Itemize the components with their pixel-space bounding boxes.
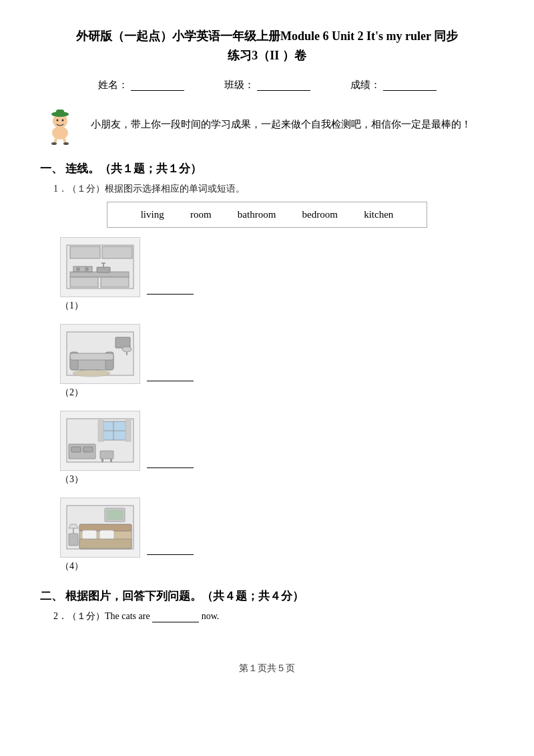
score-field: 成绩： <box>350 79 437 91</box>
name-label: 姓名： <box>98 79 128 91</box>
score-label: 成绩： <box>350 79 380 91</box>
svg-rect-14 <box>70 277 98 287</box>
q2-blank <box>152 612 199 622</box>
title-line1: 外研版（一起点）小学英语一年级上册Module 6 Unit 2 It's my… <box>40 27 494 46</box>
word-room: room <box>190 209 212 220</box>
item-label-3: （3） <box>60 474 83 486</box>
svg-rect-36 <box>98 420 103 441</box>
word-living: living <box>141 209 164 220</box>
title-section: 外研版（一起点）小学英语一年级上册Module 6 Unit 2 It's my… <box>40 27 494 65</box>
svg-point-20 <box>76 267 80 271</box>
score-underline <box>383 79 437 91</box>
answer-line-3 <box>147 456 194 468</box>
section2-header: 二、 根据图片，回答下列问题。（共４题；共４分） <box>40 588 494 604</box>
svg-point-30 <box>122 347 131 352</box>
section1-header: 一、 连线。（共１题；共１分） <box>40 161 494 176</box>
svg-point-8 <box>51 142 57 145</box>
class-label: 班级： <box>224 79 254 91</box>
svg-rect-54 <box>107 510 123 520</box>
class-underline <box>257 79 310 91</box>
page-footer: 第１页共５页 <box>40 663 494 675</box>
svg-rect-28 <box>115 337 130 348</box>
word-kitchen: kitchen <box>364 209 393 220</box>
answer-line-1 <box>147 282 194 295</box>
svg-point-5 <box>62 119 64 121</box>
page-number: 第１页共５页 <box>239 663 295 673</box>
svg-rect-12 <box>102 246 132 258</box>
svg-rect-43 <box>110 459 112 462</box>
svg-rect-3 <box>56 110 64 115</box>
svg-rect-37 <box>125 420 131 441</box>
name-underline <box>131 79 184 91</box>
answer-line-2 <box>147 369 194 381</box>
bedroom-illustration <box>63 412 137 469</box>
svg-rect-52 <box>79 539 131 548</box>
word-bank: living room bathroom bedroom kitchen <box>107 202 427 228</box>
bedroom2-illustration <box>63 499 137 556</box>
word-bathroom: bathroom <box>238 209 276 220</box>
title-line2: 练习3（II ）卷 <box>40 46 494 65</box>
q2-text-suffix: now. <box>202 611 220 621</box>
kitchen-illustration <box>63 238 137 295</box>
class-field: 班级： <box>224 79 310 91</box>
svg-rect-11 <box>70 246 100 258</box>
picture-1 <box>60 237 140 297</box>
name-field: 姓名： <box>98 79 184 91</box>
q1-intro: 1．（１分）根据图示选择相应的单词或短语。 <box>53 183 494 195</box>
q2-intro: 2．（１分）The cats are now. <box>53 610 494 622</box>
q2-text-prefix: 2．（１分）The cats are <box>53 611 152 621</box>
svg-rect-41 <box>100 451 113 459</box>
svg-point-9 <box>63 142 69 145</box>
picture-item-1: （1） <box>60 237 494 312</box>
svg-rect-42 <box>101 459 103 462</box>
word-bedroom: bedroom <box>302 209 338 220</box>
student-info: 姓名： 班级： 成绩： <box>40 79 494 91</box>
picture-item-2: （2） <box>60 324 494 399</box>
item-label-2: （2） <box>60 387 83 399</box>
mascot-text: 小朋友，带上你一段时间的学习成果，一起来做个自我检测吧，相信你一定是最棒的！ <box>91 116 471 134</box>
svg-rect-50 <box>82 530 97 540</box>
picture-items: （1） <box>60 237 494 572</box>
mascot-section: 小朋友，带上你一段时间的学习成果，一起来做个自我检测吧，相信你一定是最棒的！ <box>40 105 494 145</box>
item-label-1: （1） <box>60 300 83 312</box>
svg-rect-39 <box>71 447 81 452</box>
mascot-icon <box>40 105 80 145</box>
svg-rect-49 <box>79 524 131 531</box>
picture-item-4: （4） <box>60 498 494 572</box>
svg-point-21 <box>85 267 89 271</box>
picture-3 <box>60 411 140 471</box>
svg-rect-45 <box>69 534 78 546</box>
svg-rect-26 <box>70 353 113 360</box>
svg-rect-40 <box>83 447 93 452</box>
svg-rect-15 <box>101 277 129 287</box>
picture-4 <box>60 498 140 558</box>
picture-item-3: （3） <box>60 411 494 486</box>
svg-point-31 <box>73 370 110 377</box>
svg-rect-16 <box>97 267 110 272</box>
svg-point-4 <box>57 119 59 121</box>
svg-rect-51 <box>99 530 114 540</box>
answer-line-4 <box>147 543 194 555</box>
livingroom-illustration <box>63 325 137 382</box>
item-label-4: （4） <box>60 560 83 572</box>
picture-2 <box>60 324 140 384</box>
